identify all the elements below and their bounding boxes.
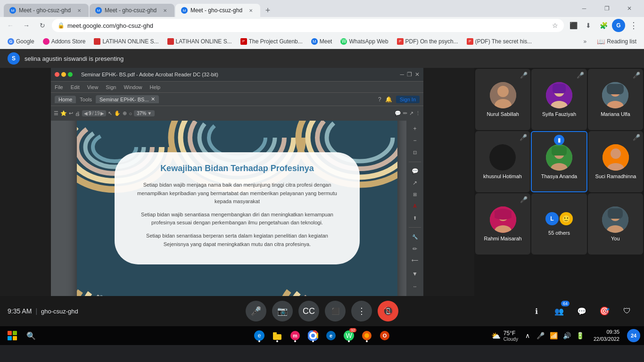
tab-close-3[interactable]: ✕ — [247, 7, 255, 14]
pdf-scroll-down-btn[interactable]: ▼ — [409, 268, 421, 280]
pdf-tools-tab[interactable]: Tools — [80, 97, 92, 102]
taskbar-edge-icon[interactable]: e — [251, 327, 268, 344]
pdf-zoom-in-btn[interactable]: + — [409, 124, 421, 133]
bookmark-whatsapp[interactable]: W WhatsApp Web — [337, 36, 392, 47]
bookmark-google[interactable]: G Google — [4, 36, 38, 47]
pdf-fit-btn[interactable]: ⊡ — [409, 148, 421, 157]
pdf-toolbar-icon2[interactable]: ⭐ — [60, 110, 67, 116]
pdf-menu-window[interactable]: Window — [124, 84, 142, 90]
bookmark-gutenberg[interactable]: P The Project Gutenb... — [237, 36, 306, 47]
pdf-menu-help[interactable]: Help — [150, 84, 161, 90]
more-options-icon[interactable]: ⋮ — [627, 19, 640, 32]
pdf-comment-icon[interactable]: 💬 — [395, 110, 401, 116]
pdf-doc-tab-close[interactable]: ✕ — [151, 96, 155, 102]
pdf-arrow-btn[interactable]: ⟵ — [409, 256, 421, 265]
pdf-booklet-btn[interactable]: ⊞ — [409, 190, 421, 199]
pdf-toolbar-circle[interactable]: ○ — [129, 111, 132, 116]
pdf-win-maximize[interactable]: ❐ — [407, 71, 412, 78]
pdf-expand-btn[interactable]: ↔ — [409, 280, 421, 292]
pdf-share-icon[interactable]: ↗ — [409, 110, 413, 116]
present-button[interactable]: ⬛ — [325, 301, 346, 321]
new-tab-button[interactable]: + — [261, 4, 274, 17]
tab-2[interactable]: M Meet - gho-csuz-ghd ✕ — [90, 4, 174, 17]
tray-overflow[interactable]: ∧ — [522, 330, 533, 341]
pdf-scroll-area[interactable]: ♥ ♥ ⟶ ⟶ ⟶ ⟶ ⟶ Kewajiban Bidan Terhadap P… — [51, 121, 423, 296]
pdf-menu-edit[interactable]: Edit — [71, 84, 80, 90]
tray-volume-icon[interactable]: 🔊 — [561, 330, 573, 341]
tab-3[interactable]: M Meet - gho-csuz-ghd ✕ — [175, 4, 260, 17]
info-button[interactable]: ℹ — [527, 302, 546, 321]
maximize-button[interactable]: ❐ — [596, 0, 618, 17]
bookmark-addons[interactable]: Addons Store — [39, 36, 90, 47]
pdf-close-dot[interactable] — [55, 72, 59, 77]
captions-button[interactable]: CC — [298, 301, 319, 321]
pdf-toolbar-cursor[interactable]: ↖ — [108, 110, 112, 116]
extension-puzzle-icon[interactable]: 🧩 — [597, 19, 610, 32]
people-button[interactable]: 👥 64 — [550, 302, 569, 321]
forward-button[interactable]: → — [20, 19, 33, 32]
tray-mic-icon[interactable]: 🎤 — [535, 330, 546, 341]
pdf-bell-icon[interactable]: 🔔 — [385, 96, 392, 103]
pdf-maximize-dot[interactable] — [68, 72, 73, 77]
taskbar-firefox-icon[interactable] — [358, 327, 375, 344]
pdf-menu-sign[interactable]: Sign — [106, 84, 116, 90]
pdf-win-minimize[interactable]: ─ — [400, 71, 404, 78]
taskbar-clock[interactable]: 09:35 22/03/2022 — [590, 329, 623, 343]
pdf-toolbar-select[interactable]: ⊕ — [123, 110, 127, 116]
pdf-menu-file[interactable]: File — [55, 84, 63, 90]
close-button[interactable]: ✕ — [619, 0, 640, 17]
pdf-edit-icon[interactable]: ✏ — [403, 110, 407, 116]
camera-button[interactable]: 📷 — [272, 301, 293, 321]
download-icon[interactable]: ⬇ — [582, 19, 595, 32]
pdf-tools-side-btn[interactable]: 🔧 — [409, 232, 421, 241]
pdf-prev-page[interactable]: ◀ — [84, 111, 88, 116]
end-call-button[interactable]: 📵 — [378, 301, 398, 321]
taskbar-ms-icon[interactable]: m — [287, 327, 304, 344]
taskbar-office-icon[interactable]: O — [376, 327, 393, 344]
tab-1[interactable]: M Meet - gho-csuz-ghd ✕ — [4, 4, 89, 17]
star-icon[interactable]: ☆ — [552, 22, 558, 29]
weather-widget[interactable]: ⛅ 75°F Cloudy — [491, 330, 518, 342]
back-button[interactable]: ← — [4, 19, 17, 32]
tab-close-1[interactable]: ✕ — [75, 7, 83, 14]
pdf-pen-btn[interactable]: ✏ — [409, 244, 421, 253]
tray-wifi-icon[interactable]: 📶 — [548, 330, 560, 341]
taskbar-explorer-icon[interactable] — [269, 327, 286, 344]
address-bar[interactable]: 🔒 meet.google.com/gho-csuz-ghd ☆ — [52, 19, 564, 32]
bookmark-meet[interactable]: M Meet — [307, 36, 336, 47]
pdf-export-btn[interactable]: ⬆ — [409, 214, 421, 222]
pdf-more-icon[interactable]: ⋮ — [415, 110, 421, 116]
pdf-toolbar-icon3[interactable]: ↩ — [69, 110, 73, 116]
more-options-button[interactable]: ⋮ — [351, 301, 372, 321]
participant-tile-others[interactable]: L 🙂 55 others — [531, 193, 586, 255]
pdf-next-page[interactable]: ▶ — [100, 111, 104, 116]
bookmark-pdf1[interactable]: P PDF) On the psych... — [393, 36, 462, 47]
pdf-signin-button[interactable]: Sign In — [396, 96, 420, 103]
taskbar-chrome-icon[interactable] — [305, 327, 322, 344]
pdf-toolbar-icon1[interactable]: ☰ — [54, 110, 58, 116]
taskbar-edge2-icon[interactable]: e — [322, 327, 339, 344]
notification-center-badge[interactable]: 24 — [627, 329, 640, 342]
reading-list-button[interactable]: 📖 Reading list — [593, 36, 640, 47]
taskbar-search-button[interactable]: 🔍 — [23, 327, 40, 344]
safety-button[interactable]: 🛡 — [618, 302, 636, 321]
cast-icon[interactable]: ⬛ — [567, 19, 580, 32]
tray-battery-icon[interactable]: 🔋 — [575, 330, 586, 341]
bookmarks-overflow[interactable]: » — [580, 36, 591, 47]
pdf-toolbar-icon4[interactable]: 🖨 — [75, 111, 80, 116]
pdf-zoom-down[interactable]: ▼ — [147, 111, 152, 116]
pdf-share-side-btn[interactable]: ↗ — [409, 179, 421, 188]
pdf-minimize-dot[interactable] — [61, 72, 66, 77]
profile-button[interactable]: G — [612, 19, 625, 32]
pdf-doc-tab[interactable]: Seminar EPHK- BS... ✕ — [96, 95, 159, 103]
activities-button[interactable]: 🎯 — [595, 302, 614, 321]
bookmark-latihan2[interactable]: LATIHAN ONLINE S... — [164, 36, 236, 47]
pdf-adobe-btn[interactable]: A — [409, 202, 421, 211]
bookmark-latihan1[interactable]: LATIHAN ONLINE S... — [90, 36, 162, 47]
microphone-button[interactable]: 🎤 — [246, 301, 266, 321]
pdf-zoom-out-btn[interactable]: − — [409, 136, 421, 145]
bookmark-pdf2[interactable]: P (PDF) The secret his... — [463, 36, 536, 47]
pdf-menu-view[interactable]: View — [87, 84, 99, 90]
pdf-win-close[interactable]: ✕ — [415, 71, 420, 78]
minimize-button[interactable]: ─ — [573, 0, 595, 17]
